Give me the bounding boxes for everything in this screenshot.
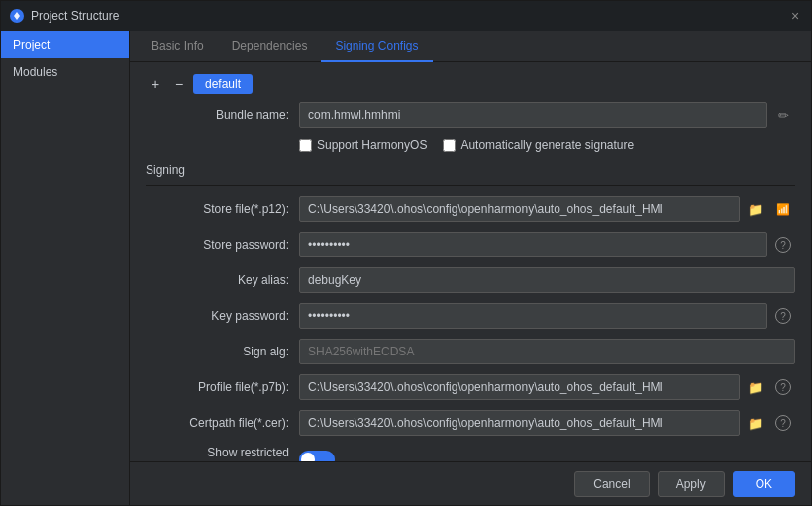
- tab-dependencies[interactable]: Dependencies: [218, 31, 322, 62]
- profile-file-folder-button[interactable]: 📁: [744, 375, 767, 399]
- certpath-file-wrapper: 📁 ?: [299, 410, 795, 436]
- key-alias-wrapper: [299, 267, 795, 293]
- store-file-wrapper: 📁 📶: [299, 196, 795, 222]
- store-file-wifi-button[interactable]: 📶: [771, 197, 795, 221]
- add-config-button[interactable]: +: [146, 74, 165, 94]
- show-restricted-label: Show restricted permissions: [146, 446, 299, 461]
- tab-signing-configs[interactable]: Signing Configs: [321, 31, 432, 62]
- key-password-input[interactable]: [299, 303, 767, 329]
- store-file-label: Store file(*.p12):: [146, 202, 299, 216]
- signing-section-label: Signing: [146, 163, 795, 177]
- sidebar-item-project[interactable]: Project: [1, 31, 129, 58]
- store-password-help-button[interactable]: ?: [771, 233, 795, 256]
- store-password-input[interactable]: [299, 232, 767, 257]
- profile-file-help-button[interactable]: ?: [771, 375, 795, 399]
- project-structure-dialog: Project Structure × Project Modules Basi…: [0, 0, 812, 506]
- folder-icon-3: 📁: [748, 416, 763, 431]
- store-password-row: Store password: ?: [146, 232, 795, 257]
- help-icon-4: ?: [775, 415, 791, 431]
- support-harmonyos-checkbox-group[interactable]: Support HarmonyOS: [299, 138, 427, 152]
- apply-button[interactable]: Apply: [658, 471, 725, 497]
- profile-file-label: Profile file(*.p7b):: [146, 380, 299, 394]
- title-bar-left: Project Structure: [9, 8, 119, 24]
- close-button[interactable]: ×: [787, 8, 803, 24]
- dialog-title: Project Structure: [31, 9, 119, 23]
- sign-alg-input[interactable]: [299, 339, 795, 364]
- tab-basic-info[interactable]: Basic Info: [138, 31, 218, 62]
- support-harmonyos-checkbox[interactable]: [299, 139, 312, 152]
- help-icon: ?: [775, 237, 791, 253]
- main-content: Basic Info Dependencies Signing Configs …: [130, 31, 811, 505]
- sign-alg-wrapper: [299, 339, 795, 364]
- key-alias-input[interactable]: [299, 267, 795, 293]
- certpath-file-help-button[interactable]: ?: [771, 411, 795, 435]
- help-icon-3: ?: [775, 379, 791, 395]
- certpath-file-input[interactable]: [299, 410, 740, 436]
- key-alias-label: Key alias:: [146, 273, 299, 287]
- default-config-button[interactable]: default: [193, 74, 253, 94]
- sidebar-item-modules[interactable]: Modules: [1, 58, 129, 86]
- key-password-row: Key password: ?: [146, 303, 795, 329]
- help-icon-2: ?: [775, 308, 791, 324]
- bundle-name-label: Bundle name:: [146, 108, 299, 122]
- show-restricted-toggle[interactable]: [299, 451, 335, 461]
- store-file-input[interactable]: [299, 196, 740, 222]
- remove-config-button[interactable]: −: [169, 74, 189, 94]
- ok-button[interactable]: OK: [733, 471, 795, 497]
- certpath-file-label: Certpath file(*.cer):: [146, 416, 299, 430]
- sign-alg-label: Sign alg:: [146, 345, 299, 358]
- sidebar: Project Modules: [1, 31, 130, 505]
- profile-file-row: Profile file(*.p7b): 📁 ?: [146, 374, 795, 400]
- store-file-row: Store file(*.p12): 📁 📶: [146, 196, 795, 222]
- bottom-bar: Cancel Apply OK: [130, 461, 811, 505]
- bundle-name-edit-button[interactable]: ✏: [771, 103, 795, 127]
- config-toolbar: + − default: [146, 74, 795, 94]
- show-restricted-row: Show restricted permissions: [146, 446, 795, 461]
- wifi-icon: 📶: [776, 203, 790, 216]
- bundle-name-row: Bundle name: ✏: [146, 102, 795, 128]
- store-password-wrapper: ?: [299, 232, 795, 257]
- cancel-button[interactable]: Cancel: [574, 471, 649, 497]
- key-alias-row: Key alias:: [146, 267, 795, 293]
- content-panel: + − default Bundle name: ✏: [130, 62, 811, 461]
- folder-icon-2: 📁: [748, 380, 763, 395]
- store-password-label: Store password:: [146, 238, 299, 252]
- profile-file-input[interactable]: [299, 374, 740, 400]
- key-password-wrapper: ?: [299, 303, 795, 329]
- signing-divider: [146, 185, 795, 186]
- auto-gen-signature-checkbox-group[interactable]: Automatically generate signature: [443, 138, 634, 152]
- tab-bar: Basic Info Dependencies Signing Configs: [130, 31, 811, 62]
- key-password-label: Key password:: [146, 309, 299, 323]
- bundle-name-input[interactable]: [299, 102, 767, 128]
- certpath-file-row: Certpath file(*.cer): 📁 ?: [146, 410, 795, 436]
- auto-gen-signature-checkbox[interactable]: [443, 139, 456, 152]
- sign-alg-row: Sign alg:: [146, 339, 795, 364]
- key-password-help-button[interactable]: ?: [771, 304, 795, 328]
- store-file-folder-button[interactable]: 📁: [744, 197, 767, 221]
- profile-file-wrapper: 📁 ?: [299, 374, 795, 400]
- certpath-file-folder-button[interactable]: 📁: [744, 411, 767, 435]
- checkboxes-row: Support HarmonyOS Automatically generate…: [299, 138, 795, 152]
- app-logo-icon: [9, 8, 25, 24]
- dialog-body: Project Modules Basic Info Dependencies …: [1, 31, 811, 505]
- bundle-name-field-wrapper: ✏: [299, 102, 795, 128]
- edit-icon: ✏: [778, 108, 789, 123]
- folder-icon: 📁: [748, 202, 763, 217]
- title-bar: Project Structure ×: [1, 1, 811, 31]
